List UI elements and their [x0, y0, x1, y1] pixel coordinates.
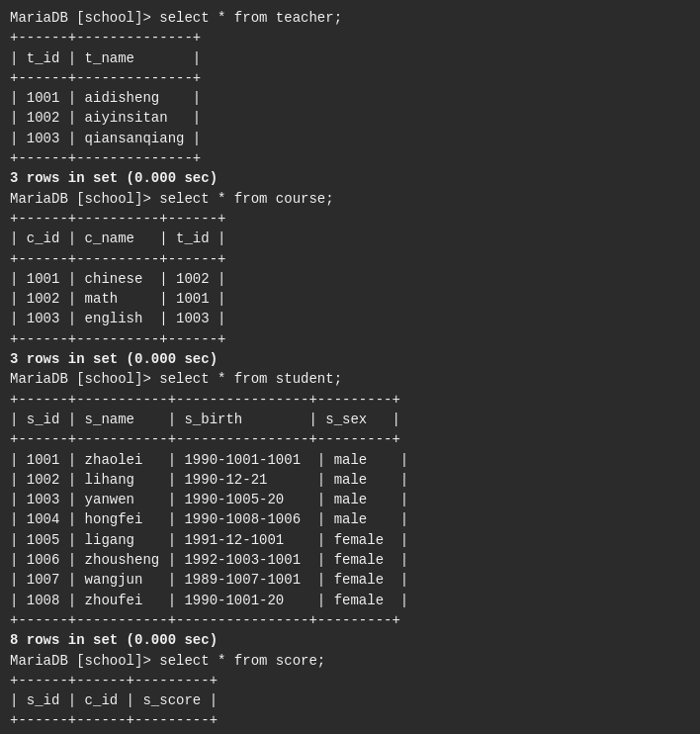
terminal-line-29: | 1006 | zhousheng | 1992-1003-1001 | fe… — [10, 550, 690, 570]
terminal-line-31: | 1008 | zhoufei | 1990-1001-20 | female… — [10, 591, 690, 610]
terminal-line-26: | 1003 | yanwen | 1990-1005-20 | male | — [10, 490, 690, 509]
terminal-line-6: | 1003 | qiansanqiang | — [10, 129, 690, 148]
terminal-line-25: | 1002 | lihang | 1990-12-21 | male | — [10, 470, 690, 490]
terminal-line-36: +------+------+---------+ — [10, 671, 690, 690]
terminal-window: MariaDB [school]> select * from teacher;… — [10, 8, 690, 734]
terminal-line-14: | 1001 | chinese | 1002 | — [10, 269, 690, 289]
terminal-line-13: +------+----------+------+ — [10, 249, 690, 269]
terminal-line-38: +------+------+---------+ — [10, 710, 690, 730]
terminal-line-35: MariaDB [school]> select * from score; — [10, 651, 690, 671]
terminal-line-15: | 1002 | math | 1001 | — [10, 289, 690, 309]
terminal-line-20: MariaDB [school]> select * from student; — [10, 369, 690, 389]
terminal-line-4: | 1001 | aidisheng | — [10, 88, 690, 108]
terminal-line-12: | c_id | c_name | t_id | — [10, 229, 690, 248]
terminal-line-17: +------+----------+------+ — [10, 329, 690, 349]
terminal-line-0: MariaDB [school]> select * from teacher; — [10, 8, 690, 28]
terminal-line-1: +------+--------------+ — [10, 28, 690, 47]
terminal-line-7: +------+--------------+ — [10, 148, 690, 168]
terminal-line-18: 3 rows in set (0.000 sec) — [10, 349, 690, 369]
terminal-line-21: +------+-----------+----------------+---… — [10, 390, 690, 410]
terminal-line-22: | s_id | s_name | s_birth | s_sex | — [10, 410, 690, 429]
terminal-line-3: +------+--------------+ — [10, 68, 690, 88]
terminal-line-37: | s_id | c_id | s_score | — [10, 690, 690, 710]
terminal-line-27: | 1004 | hongfei | 1990-1008-1006 | male… — [10, 509, 690, 529]
terminal-line-32: +------+-----------+----------------+---… — [10, 610, 690, 630]
terminal-line-28: | 1005 | ligang | 1991-12-1001 | female … — [10, 530, 690, 550]
terminal-line-23: +------+-----------+----------------+---… — [10, 429, 690, 449]
terminal-line-10: MariaDB [school]> select * from course; — [10, 189, 690, 209]
terminal-line-8: 3 rows in set (0.000 sec) — [10, 168, 690, 188]
terminal-line-24: | 1001 | zhaolei | 1990-1001-1001 | male… — [10, 450, 690, 470]
terminal-line-2: | t_id | t_name | — [10, 48, 690, 68]
terminal-line-11: +------+----------+------+ — [10, 209, 690, 229]
terminal-line-5: | 1002 | aiyinsitan | — [10, 108, 690, 128]
terminal-line-30: | 1007 | wangjun | 1989-1007-1001 | fema… — [10, 570, 690, 590]
terminal-line-16: | 1003 | english | 1003 | — [10, 309, 690, 328]
terminal-line-33: 8 rows in set (0.000 sec) — [10, 630, 690, 650]
